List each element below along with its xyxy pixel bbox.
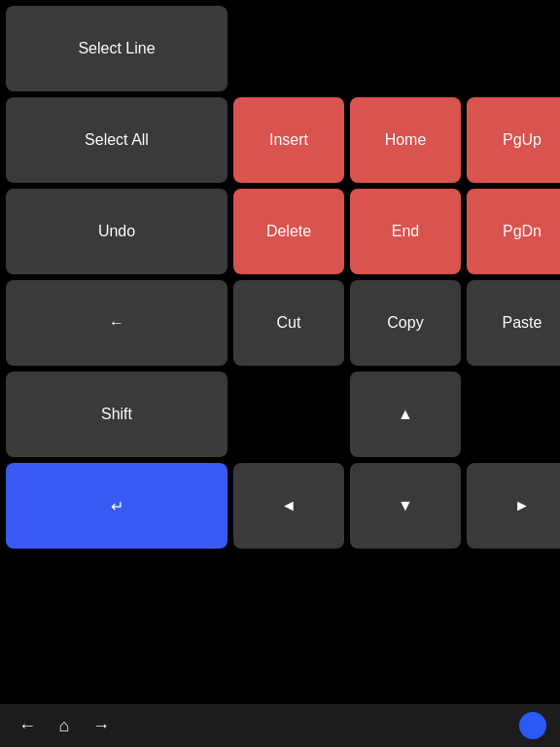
- select-line-button[interactable]: Select Line: [6, 6, 228, 91]
- empty-4: [233, 372, 344, 457]
- copy-button[interactable]: Copy: [350, 280, 461, 366]
- cut-button[interactable]: Cut: [233, 280, 344, 366]
- home-icon[interactable]: ⌂: [51, 712, 78, 739]
- arrow-up-button[interactable]: ▲: [350, 372, 461, 457]
- undo-button[interactable]: Undo: [6, 189, 228, 274]
- enter-button[interactable]: ↵: [6, 463, 228, 549]
- arrow-left-button[interactable]: ◄: [233, 463, 344, 549]
- end-button[interactable]: End: [350, 189, 461, 274]
- pgdn-button[interactable]: PgDn: [467, 189, 560, 274]
- home-button[interactable]: Home: [350, 97, 461, 183]
- keyboard-grid: Select Line Select All Insert Home PgUp …: [0, 0, 560, 554]
- bottom-bar: ← ⌂ →: [0, 704, 560, 747]
- empty-1: [233, 6, 344, 91]
- arrow-down-button[interactable]: ▼: [350, 463, 461, 549]
- insert-button[interactable]: Insert: [233, 97, 344, 183]
- shift-button[interactable]: Shift: [6, 372, 228, 457]
- empty-3: [467, 6, 560, 91]
- delete-button[interactable]: Delete: [233, 189, 344, 274]
- paste-button[interactable]: Paste: [467, 280, 560, 366]
- select-all-button[interactable]: Select All: [6, 97, 228, 183]
- forward-icon[interactable]: →: [88, 712, 115, 739]
- backspace-button[interactable]: ←: [6, 280, 228, 366]
- browser-icon[interactable]: [519, 712, 546, 739]
- empty-2: [350, 6, 461, 91]
- empty-5: [467, 372, 560, 457]
- back-icon[interactable]: ←: [14, 712, 41, 739]
- arrow-right-button[interactable]: ►: [467, 463, 560, 549]
- pgup-button[interactable]: PgUp: [467, 97, 560, 183]
